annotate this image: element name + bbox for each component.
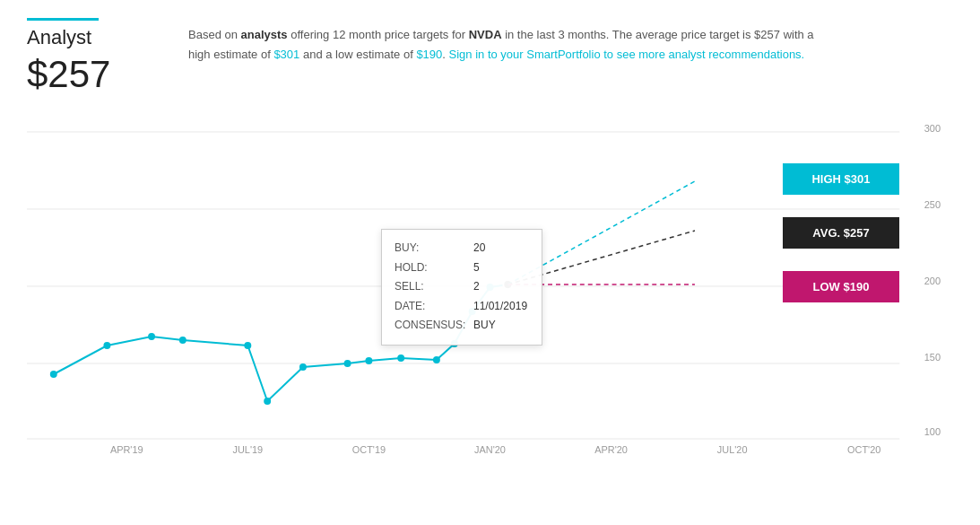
- tooltip-consensus-row: CONSENSUS: BUY: [395, 316, 529, 336]
- tooltip-date-row: DATE: 11/01/2019: [395, 297, 529, 317]
- badge-avg: AVG. $257: [783, 217, 899, 249]
- svg-text:APR'20: APR'20: [594, 444, 628, 455]
- description-text: Based on analysts offering 12 month pric…: [188, 18, 834, 65]
- desc-mid5: .: [442, 48, 448, 61]
- average-price: $257: [27, 53, 152, 96]
- svg-text:JAN'20: JAN'20: [474, 444, 506, 455]
- tooltip-sell-row: SELL: 2: [395, 277, 529, 297]
- svg-point-21: [397, 354, 404, 362]
- tooltip-sell-value: 2: [473, 277, 480, 297]
- low-price-link[interactable]: $190: [416, 48, 442, 61]
- desc-mid4: and a low estimate of: [299, 48, 416, 61]
- tooltip-hold-row: HOLD: 5: [395, 258, 529, 278]
- svg-text:JUL'20: JUL'20: [717, 444, 748, 455]
- desc-analysts-bold: analysts: [241, 28, 288, 41]
- badge-avg-label: AVG. $257: [812, 226, 869, 240]
- svg-point-20: [365, 357, 372, 364]
- svg-point-19: [344, 360, 351, 367]
- desc-prefix: Based on: [188, 28, 241, 41]
- header-section: Analyst $257 Based on analysts offering …: [27, 18, 953, 96]
- tooltip-buy-label: BUY:: [395, 239, 466, 258]
- svg-point-18: [299, 363, 307, 371]
- y-label-100: 100: [924, 426, 941, 437]
- svg-point-16: [244, 342, 251, 349]
- badge-low-label: LOW $190: [813, 280, 870, 293]
- svg-point-13: [103, 342, 110, 349]
- desc-ticker-bold: NVDA: [469, 28, 502, 41]
- svg-point-22: [433, 356, 440, 363]
- desc-mid1: offering 12 month price targets for: [288, 28, 469, 41]
- badge-high-label: HIGH $301: [811, 172, 870, 186]
- desc-avg: $257: [754, 28, 780, 41]
- svg-point-12: [50, 371, 57, 378]
- tooltip-date-label: DATE:: [395, 297, 466, 317]
- section-title: Analyst: [27, 18, 99, 49]
- svg-point-14: [148, 333, 155, 340]
- svg-point-15: [179, 337, 186, 344]
- badge-high: HIGH $301: [783, 163, 899, 195]
- chart-area: 300 250 200 150 100 APR'19 JUL'19 OCT'19…: [27, 114, 953, 455]
- tooltip-buy-value: 20: [473, 239, 485, 258]
- tooltip-hold-label: HOLD:: [395, 258, 466, 278]
- high-price-link[interactable]: $301: [273, 48, 299, 61]
- main-container: Analyst $257 Based on analysts offering …: [0, 0, 980, 525]
- tooltip-box: BUY: 20 HOLD: 5 SELL: 2 DATE: 11/01/2019…: [381, 229, 542, 346]
- left-header: Analyst $257: [27, 18, 152, 96]
- badge-low: LOW $190: [783, 271, 899, 302]
- svg-text:OCT'19: OCT'19: [352, 444, 386, 455]
- y-label-150: 150: [924, 352, 941, 363]
- y-label-250: 250: [924, 199, 941, 210]
- svg-text:OCT'20: OCT'20: [847, 444, 880, 455]
- y-label-200: 200: [924, 276, 941, 286]
- cta-link[interactable]: Sign in to your SmartPortfolio to see mo…: [449, 48, 805, 61]
- svg-text:JUL'19: JUL'19: [233, 444, 264, 455]
- tooltip-sell-label: SELL:: [395, 277, 466, 297]
- tooltip-buy-row: BUY: 20: [395, 239, 529, 258]
- tooltip-consensus-label: CONSENSUS:: [395, 316, 466, 336]
- desc-mid2: in the last 3 months. The average price …: [502, 28, 755, 41]
- tooltip-hold-value: 5: [473, 258, 480, 278]
- y-label-300: 300: [924, 123, 941, 134]
- tooltip-date-value: 11/01/2019: [473, 297, 527, 317]
- tooltip-consensus-value: BUY: [473, 316, 496, 336]
- svg-point-17: [264, 398, 271, 405]
- svg-text:APR'19: APR'19: [110, 444, 143, 455]
